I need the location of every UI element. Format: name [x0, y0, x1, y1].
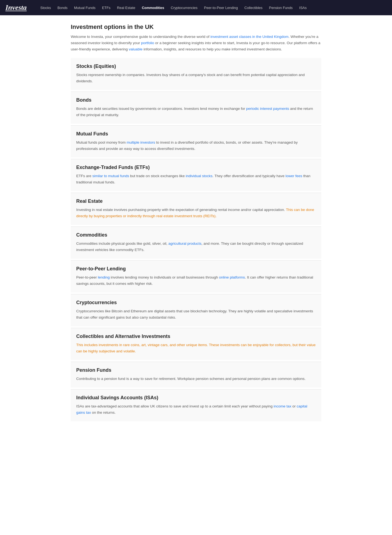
nav-link-peer-to-peer-lending[interactable]: Peer-to-Peer Lending — [201, 4, 241, 11]
collectibles-link[interactable]: This includes investments in rare coins,… — [76, 343, 316, 353]
etfs-link-fees[interactable]: lower fees — [286, 174, 302, 178]
section-title: Exchange-Traded Funds (ETFs) — [76, 165, 316, 170]
navbar: Investa StocksBondsMutual FundsETFsReal … — [0, 0, 392, 15]
section-text: Bonds are debt securities issued by gove… — [76, 106, 316, 118]
commodities-link[interactable]: agricultural products — [168, 241, 201, 246]
hero-link-valuable[interactable]: valuable — [129, 47, 142, 51]
section-peer-to-peer-lending: Peer-to-Peer LendingPeer-to-peer lending… — [71, 261, 321, 292]
hero-text: Welcome to Investa, your comprehensive g… — [71, 34, 321, 53]
section-collectibles-and-alternative-investments: Collectibles and Alternative Investments… — [71, 328, 321, 360]
section-text: Investing in real estate involves purcha… — [76, 207, 316, 219]
section-title: Cryptocurrencies — [76, 300, 316, 306]
section-title: Individual Savings Accounts (ISAs) — [76, 395, 316, 401]
p2p-link-platforms[interactable]: online platforms — [219, 275, 245, 279]
nav-link-stocks[interactable]: Stocks — [38, 4, 54, 11]
logo[interactable]: Investa — [5, 4, 27, 12]
section-text: Mutual funds pool money from multiple in… — [76, 140, 316, 152]
etfs-link-similar[interactable]: similar to mutual funds — [92, 174, 129, 178]
hero-section: Investment options in the UK Welcome to … — [71, 23, 321, 53]
section-text: Contributing to a pension fund is a way … — [76, 376, 316, 382]
bonds-link[interactable]: periodic interest payments — [246, 107, 289, 111]
section-title: Real Estate — [76, 198, 316, 204]
section-title: Commodities — [76, 232, 316, 238]
section-title: Pension Funds — [76, 367, 316, 373]
nav-link-commodities[interactable]: Commodities — [139, 4, 167, 11]
isas-link-capital-gains[interactable]: capital gains tax — [76, 404, 307, 415]
nav-link-etfs[interactable]: ETFs — [99, 4, 113, 11]
isas-link-income-tax[interactable]: income tax — [274, 404, 291, 408]
nav-link-real-estate[interactable]: Real Estate — [114, 4, 138, 11]
section-pension-funds: Pension FundsContributing to a pension f… — [71, 362, 321, 388]
sections-container: Stocks (Equities)Stocks represent owners… — [71, 58, 321, 421]
section-exchange-traded-funds-etfs-: Exchange-Traded Funds (ETFs)ETFs are sim… — [71, 159, 321, 191]
section-title: Mutual Funds — [76, 131, 316, 137]
section-text: ISAs are tax-advantaged accounts that al… — [76, 403, 316, 416]
section-cryptocurrencies: CryptocurrenciesCryptocurrencies like Bi… — [71, 294, 321, 326]
nav-link-bonds[interactable]: Bonds — [55, 4, 70, 11]
nav-links: StocksBondsMutual FundsETFsReal EstateCo… — [38, 4, 310, 11]
section-title: Stocks (Equities) — [76, 64, 316, 69]
nav-link-collectibles[interactable]: Collectibles — [242, 4, 265, 11]
section-text: Cryptocurrencies like Bitcoin and Ethere… — [76, 308, 316, 321]
section-bonds: BondsBonds are debt securities issued by… — [71, 92, 321, 124]
section-text: This includes investments in rare coins,… — [76, 342, 316, 355]
realestate-link[interactable]: This can be done directly by buying prop… — [76, 208, 314, 218]
mutualfunds-link[interactable]: multiple investors — [127, 140, 155, 144]
section-text: ETFs are similar to mutual funds but tra… — [76, 173, 316, 186]
hero-title: Investment options in the UK — [71, 23, 321, 31]
section-title: Collectibles and Alternative Investments — [76, 334, 316, 339]
section-stocks-equities-: Stocks (Equities)Stocks represent owners… — [71, 58, 321, 90]
section-title: Peer-to-Peer Lending — [76, 266, 316, 272]
section-real-estate: Real EstateInvesting in real estate invo… — [71, 193, 321, 225]
main-content: Investment options in the UK Welcome to … — [65, 15, 327, 431]
section-text: Peer-to-peer lending involves lending mo… — [76, 274, 316, 287]
section-mutual-funds: Mutual FundsMutual funds pool money from… — [71, 126, 321, 158]
section-text: Commodities include physical goods like … — [76, 241, 316, 253]
nav-link-isas[interactable]: ISAs — [296, 4, 309, 11]
nav-link-cryptocurrencies[interactable]: Cryptocurrencies — [168, 4, 200, 11]
hero-link-portfolio[interactable]: portfolio — [141, 41, 154, 45]
section-text: Stocks represent ownership in companies.… — [76, 72, 316, 84]
nav-link-pension-funds[interactable]: Pension Funds — [266, 4, 295, 11]
p2p-link-lending[interactable]: lending — [98, 275, 110, 279]
hero-link-investment[interactable]: investment asset classes in the United K… — [210, 35, 289, 39]
nav-link-mutual-funds[interactable]: Mutual Funds — [71, 4, 98, 11]
etfs-link-stocks[interactable]: individual stocks — [186, 174, 212, 178]
section-individual-savings-accounts-isas-: Individual Savings Accounts (ISAs)ISAs a… — [71, 389, 321, 421]
section-title: Bonds — [76, 97, 316, 103]
section-commodities: CommoditiesCommodities include physical … — [71, 227, 321, 259]
